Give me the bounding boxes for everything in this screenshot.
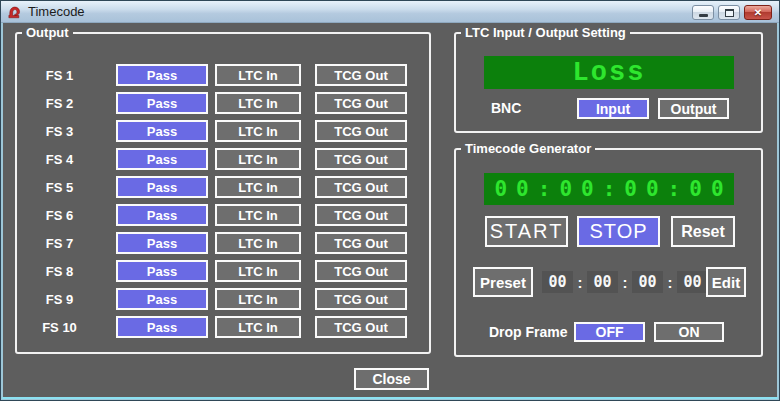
minimize-button[interactable] <box>692 5 714 20</box>
fs-label: FS 1 <box>17 64 102 86</box>
window-controls: ✕ <box>692 5 772 20</box>
pass-button[interactable]: Pass <box>116 92 208 114</box>
pass-button[interactable]: Pass <box>116 232 208 254</box>
pass-button[interactable]: Pass <box>116 176 208 198</box>
drop-frame-label: Drop Frame <box>489 322 568 342</box>
colon-separator: : <box>573 274 587 291</box>
timecode-window: Timecode ✕ Output FS 1 Pass LTC In TCG O… <box>0 0 780 401</box>
output-row-fs7: FS 7 Pass LTC In TCG Out <box>17 232 429 254</box>
pass-button[interactable]: Pass <box>116 288 208 310</box>
output-row-fs1: FS 1 Pass LTC In TCG Out <box>17 64 429 86</box>
fs-label: FS 9 <box>17 288 102 310</box>
output-row-fs6: FS 6 Pass LTC In TCG Out <box>17 204 429 226</box>
fs-label: FS 7 <box>17 232 102 254</box>
window-title: Timecode <box>28 1 85 22</box>
timecode-generator-group: Timecode Generator 00:00:00:00 START STO… <box>454 148 763 357</box>
tcg-out-button[interactable]: TCG Out <box>315 176 407 198</box>
ltc-group-title: LTC Input / Output Setting <box>461 25 630 40</box>
output-row-fs4: FS 4 Pass LTC In TCG Out <box>17 148 429 170</box>
colon-separator: : <box>618 274 632 291</box>
stop-button[interactable]: STOP <box>577 216 660 247</box>
preset-hours-field[interactable]: 00 <box>542 271 573 293</box>
fs-label: FS 8 <box>17 260 102 282</box>
ltc-status-display: Loss <box>484 56 734 89</box>
tcg-out-button[interactable]: TCG Out <box>315 204 407 226</box>
maximize-icon <box>725 9 734 17</box>
preset-minutes-field[interactable]: 00 <box>587 271 618 293</box>
pass-button[interactable]: Pass <box>116 148 208 170</box>
drop-frame-on-button[interactable]: ON <box>654 322 724 342</box>
generator-group-title: Timecode Generator <box>461 141 595 156</box>
start-button[interactable]: START <box>485 216 568 247</box>
pass-button[interactable]: Pass <box>116 316 208 338</box>
output-row-fs8: FS 8 Pass LTC In TCG Out <box>17 260 429 282</box>
ltc-in-button[interactable]: LTC In <box>215 204 301 226</box>
output-row-fs9: FS 9 Pass LTC In TCG Out <box>17 288 429 310</box>
ltc-in-button[interactable]: LTC In <box>215 288 301 310</box>
pass-button[interactable]: Pass <box>116 64 208 86</box>
close-dialog-button[interactable]: Close <box>354 368 429 390</box>
ltc-in-button[interactable]: LTC In <box>215 260 301 282</box>
timecode-display: 00:00:00:00 <box>484 173 734 205</box>
ltc-in-button[interactable]: LTC In <box>215 232 301 254</box>
output-rows: FS 1 Pass LTC In TCG Out FS 2 Pass LTC I… <box>17 64 429 338</box>
tcg-out-button[interactable]: TCG Out <box>315 92 407 114</box>
tcg-out-button[interactable]: TCG Out <box>315 260 407 282</box>
output-group: Output FS 1 Pass LTC In TCG Out FS 2 Pas… <box>15 32 431 354</box>
tcg-out-button[interactable]: TCG Out <box>315 232 407 254</box>
edit-button[interactable]: Edit <box>706 267 746 297</box>
ltc-setting-group: LTC Input / Output Setting Loss BNC Inpu… <box>454 32 763 133</box>
pass-button[interactable]: Pass <box>116 204 208 226</box>
ltc-in-button[interactable]: LTC In <box>215 316 301 338</box>
preset-button[interactable]: Preset <box>473 267 533 297</box>
fs-label: FS 5 <box>17 176 102 198</box>
reset-button[interactable]: Reset <box>671 216 735 247</box>
preset-seconds-field[interactable]: 00 <box>632 271 663 293</box>
tcg-out-button[interactable]: TCG Out <box>315 64 407 86</box>
bnc-label: BNC <box>491 98 521 119</box>
preset-timecode-fields: 00 : 00 : 00 : 00 <box>542 271 708 293</box>
bnc-input-button[interactable]: Input <box>577 98 649 119</box>
output-row-fs3: FS 3 Pass LTC In TCG Out <box>17 120 429 142</box>
output-row-fs10: FS 10 Pass LTC In TCG Out <box>17 316 429 338</box>
minimize-icon <box>699 14 708 17</box>
fs-label: FS 10 <box>17 316 102 338</box>
tcg-out-button[interactable]: TCG Out <box>315 148 407 170</box>
output-row-fs2: FS 2 Pass LTC In TCG Out <box>17 92 429 114</box>
drop-frame-off-button[interactable]: OFF <box>574 322 645 342</box>
ltc-in-button[interactable]: LTC In <box>215 64 301 86</box>
fs-label: FS 3 <box>17 120 102 142</box>
ltc-in-button[interactable]: LTC In <box>215 148 301 170</box>
ltc-in-button[interactable]: LTC In <box>215 92 301 114</box>
app-logo-icon <box>7 5 22 20</box>
tcg-out-button[interactable]: TCG Out <box>315 288 407 310</box>
close-icon: ✕ <box>754 6 762 19</box>
pass-button[interactable]: Pass <box>116 260 208 282</box>
fs-label: FS 2 <box>17 92 102 114</box>
ltc-in-button[interactable]: LTC In <box>215 176 301 198</box>
bnc-output-button[interactable]: Output <box>658 98 729 119</box>
fs-label: FS 6 <box>17 204 102 226</box>
titlebar[interactable]: Timecode ✕ <box>1 1 779 23</box>
tcg-out-button[interactable]: TCG Out <box>315 316 407 338</box>
pass-button[interactable]: Pass <box>116 120 208 142</box>
preset-frames-field[interactable]: 00 <box>677 271 708 293</box>
colon-separator: : <box>663 274 677 291</box>
fs-label: FS 4 <box>17 148 102 170</box>
output-group-title: Output <box>22 25 73 40</box>
maximize-button[interactable] <box>718 5 740 20</box>
tcg-out-button[interactable]: TCG Out <box>315 120 407 142</box>
close-window-button[interactable]: ✕ <box>744 5 772 20</box>
output-row-fs5: FS 5 Pass LTC In TCG Out <box>17 176 429 198</box>
ltc-in-button[interactable]: LTC In <box>215 120 301 142</box>
